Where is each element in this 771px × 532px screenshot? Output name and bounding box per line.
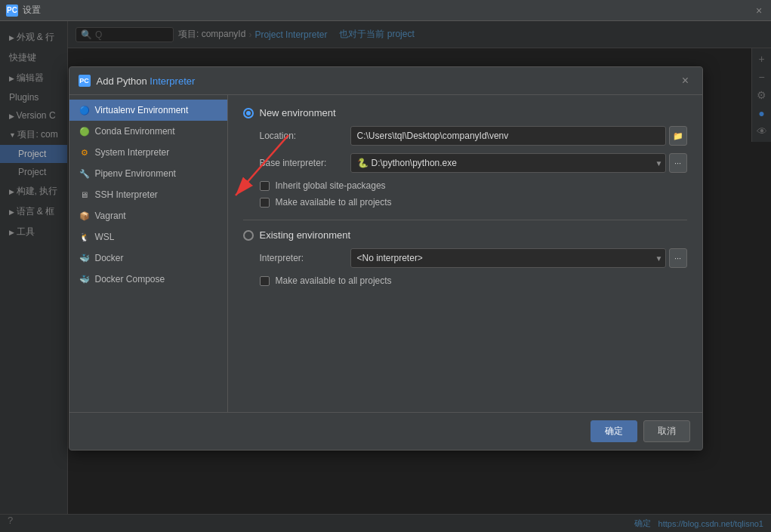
vagrant-label: Vagrant	[95, 211, 126, 221]
pipenv-icon: 🔧	[79, 168, 91, 180]
base-interpreter-select-wrap: 🐍 D:\python\python.exe ▼ ···	[350, 153, 687, 173]
dialog-sidebar-pipenv[interactable]: 🔧 Pipenv Environment	[69, 163, 227, 184]
existing-env-label: Existing environment	[260, 229, 351, 241]
app-icon: PC	[6, 5, 18, 17]
location-label: Location:	[260, 131, 350, 141]
dialog-right-content: New environment Location: 📁	[228, 95, 702, 412]
interpreter-select-arrow-icon: ▼	[655, 254, 663, 263]
wsl-label: WSL	[95, 232, 115, 242]
title-bar: PC 设置 ×	[0, 0, 771, 21]
dialog-body: 🔵 Virtualenv Environment 🟢 Conda Environ…	[69, 95, 702, 412]
dialog-sidebar-docker[interactable]: 🐳 Docker	[69, 248, 227, 269]
interpreter-label: Interpreter:	[260, 253, 350, 263]
make-available-existing-checkbox-row: Make available to all projects	[243, 275, 687, 286]
dialog-sidebar-system[interactable]: ⚙ System Interpreter	[69, 142, 227, 163]
docker-compose-label: Docker Compose	[95, 274, 165, 284]
dialog-title-highlight: Interpreter	[150, 75, 195, 87]
location-browse-button[interactable]: 📁	[669, 126, 687, 146]
dialog-sidebar-docker-compose[interactable]: 🐳 Docker Compose	[69, 269, 227, 290]
dialog-icon: PC	[79, 75, 91, 87]
location-input-wrap: 📁	[350, 126, 687, 146]
python-icon-small: 🐍	[357, 158, 369, 168]
system-label: System Interpreter	[95, 147, 170, 158]
new-env-section: New environment Location: 📁	[243, 107, 687, 208]
select-arrow-icon: ▼	[655, 159, 663, 168]
docker-compose-icon: 🐳	[79, 273, 91, 285]
base-interpreter-label: Base interpreter:	[260, 158, 350, 168]
make-available-existing-checkbox[interactable]	[260, 276, 270, 286]
make-available-existing-label: Make available to all projects	[276, 275, 392, 286]
existing-env-radio-row: Existing environment	[243, 229, 687, 241]
interpreter-row: Interpreter: <No interpreter> ▼ ···	[243, 248, 687, 268]
window-title: 设置	[23, 4, 753, 17]
location-input[interactable]	[350, 126, 666, 146]
existing-env-section: Existing environment Interpreter: <No in…	[243, 229, 687, 286]
new-env-radio[interactable]	[243, 108, 254, 118]
pipenv-label: Pipenv Environment	[95, 168, 176, 179]
virtualenv-label: Virtualenv Environment	[95, 105, 189, 115]
location-row: Location: 📁	[243, 126, 687, 146]
dialog-sidebar-virtualenv[interactable]: 🔵 Virtualenv Environment	[69, 100, 227, 121]
base-interpreter-browse-button[interactable]: ···	[669, 153, 687, 173]
conda-icon: 🟢	[79, 125, 91, 137]
interpreter-value: <No interpreter>	[357, 253, 423, 263]
dialog-titlebar: PC Add Python Interpreter ×	[69, 67, 702, 95]
make-available-new-label: Make available to all projects	[276, 197, 392, 208]
dialog-footer: 确定 取消	[69, 412, 702, 450]
interpreter-browse-button[interactable]: ···	[669, 248, 687, 268]
cancel-button[interactable]: 取消	[643, 420, 690, 442]
existing-env-radio[interactable]	[243, 230, 254, 241]
dialog-overlay: PC Add Python Interpreter × 🔵 Virtualenv…	[0, 21, 771, 532]
ssh-label: SSH Interpreter	[95, 189, 158, 200]
virtualenv-icon: 🔵	[79, 104, 91, 116]
base-interpreter-row: Base interpreter: 🐍 D:\python\python.exe…	[243, 153, 687, 173]
ok-button[interactable]: 确定	[591, 420, 637, 442]
dialog-sidebar-vagrant[interactable]: 📦 Vagrant	[69, 205, 227, 226]
interpreter-select-wrap: <No interpreter> ▼ ···	[350, 248, 687, 268]
wsl-icon: 🐧	[79, 231, 91, 243]
dialog-sidebar: 🔵 Virtualenv Environment 🟢 Conda Environ…	[69, 95, 228, 412]
inherit-checkbox-row: Inherit global site-packages	[243, 180, 687, 191]
dialog-title: Add Python Interpreter	[97, 75, 678, 87]
docker-icon: 🐳	[79, 252, 91, 264]
inherit-label: Inherit global site-packages	[276, 180, 386, 191]
dialog-sidebar-wsl[interactable]: 🐧 WSL	[69, 226, 227, 248]
base-interpreter-select[interactable]: 🐍 D:\python\python.exe	[350, 153, 666, 173]
interpreter-select[interactable]: <No interpreter>	[350, 248, 666, 268]
dialog-close-button[interactable]: ×	[678, 73, 693, 88]
base-interpreter-value: D:\python\python.exe	[372, 158, 457, 168]
conda-label: Conda Environment	[95, 126, 175, 137]
vagrant-icon: 📦	[79, 210, 91, 222]
dialog-sidebar-ssh[interactable]: 🖥 SSH Interpreter	[69, 184, 227, 205]
ssh-icon: 🖥	[79, 189, 91, 201]
make-available-new-checkbox-row: Make available to all projects	[243, 197, 687, 208]
inherit-checkbox[interactable]	[260, 181, 270, 191]
docker-label: Docker	[95, 253, 124, 263]
section-divider	[243, 220, 687, 220]
make-available-new-checkbox[interactable]	[260, 198, 270, 208]
dialog-sidebar-conda[interactable]: 🟢 Conda Environment	[69, 121, 227, 142]
add-interpreter-dialog: PC Add Python Interpreter × 🔵 Virtualenv…	[69, 66, 703, 451]
new-env-label: New environment	[260, 107, 336, 118]
system-icon: ⚙	[79, 146, 91, 158]
window-close-button[interactable]: ×	[753, 5, 765, 17]
new-env-radio-row: New environment	[243, 107, 687, 118]
